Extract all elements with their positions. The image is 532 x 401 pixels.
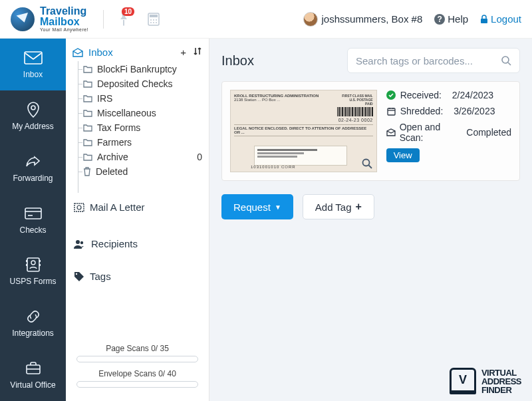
folder-label: Deleted	[96, 166, 128, 177]
svg-rect-19	[39, 264, 41, 266]
folder-item[interactable]: Miscellaneous	[72, 106, 202, 120]
share-icon	[25, 154, 41, 170]
folder-icon	[83, 124, 92, 132]
folder-item[interactable]: Tax Forms	[72, 120, 202, 135]
folder-label: Deposited Checks	[97, 78, 173, 89]
request-label: Request	[233, 201, 271, 213]
folder-item[interactable]: IRS	[72, 91, 202, 106]
app-header: Traveling Mailbox Your Mail Anywhere! 10…	[0, 0, 532, 39]
add-tag-label: Add Tag	[315, 201, 352, 213]
virtual-address-finder-watermark: V VIRTUAL ADDRESS FINDER	[450, 368, 521, 394]
pinned-button[interactable]: 10	[118, 13, 129, 26]
recipients-link[interactable]: Recipients	[72, 231, 202, 256]
sidebar-item-integrations[interactable]: Integrations	[0, 297, 66, 349]
folder-item[interactable]: Deleted	[72, 164, 202, 179]
svg-point-24	[76, 240, 80, 244]
mail-a-letter-link[interactable]: Mail A Letter	[72, 195, 202, 219]
folder-item[interactable]: BlockFi Bankruptcy	[72, 62, 202, 76]
folder-label: Farmers	[97, 137, 132, 148]
page-title: Inbox	[221, 53, 254, 68]
recipients-label: Recipients	[91, 238, 138, 249]
envelope-footer: 1031001010 CORR	[251, 165, 296, 169]
open-scan-icon	[386, 128, 396, 136]
sidebar-item-checks[interactable]: Checks	[0, 194, 66, 246]
svg-point-27	[502, 57, 509, 63]
help-link[interactable]: ? Help	[434, 13, 468, 25]
svg-point-6	[153, 22, 154, 23]
svg-rect-16	[26, 260, 27, 262]
envelope-thumbnail[interactable]: KROLL RESTRUCTURING ADMINISTRATION 2138 …	[230, 90, 377, 172]
folder-item[interactable]: Deposited Checks	[72, 76, 202, 91]
add-folder-button[interactable]: +	[180, 47, 186, 58]
sidebar-item-virtual-office[interactable]: Virtual Office	[0, 349, 66, 401]
request-button[interactable]: Request ▼	[221, 194, 293, 219]
sidebar-item-label: Inbox	[23, 70, 43, 79]
calendar-icon	[386, 107, 396, 116]
tag-icon	[74, 271, 84, 282]
caret-down-icon: ▼	[275, 203, 281, 211]
magnify-icon[interactable]	[362, 158, 372, 169]
user-label: joshssummers, Box #8	[322, 13, 423, 25]
tags-label: Tags	[90, 271, 111, 282]
sidebar-item-usps[interactable]: USPS Forms	[0, 245, 66, 297]
folder-icon	[83, 138, 92, 146]
envelope-stamp: FIRST CLASS MAIL U.S. POSTAGE PAID	[337, 94, 373, 106]
open-envelope-icon	[72, 48, 83, 57]
sidebar-item-label: Virtual Office	[10, 380, 55, 390]
svg-rect-9	[25, 52, 42, 64]
vaf-l2: ADDRESS	[481, 377, 521, 386]
view-button[interactable]: View	[386, 148, 420, 162]
sort-button[interactable]	[193, 47, 202, 58]
svg-point-2	[150, 19, 152, 21]
svg-rect-32	[388, 108, 395, 115]
svg-rect-17	[26, 264, 27, 266]
sidebar-item-address[interactable]: My Address	[0, 90, 66, 142]
svg-point-29	[362, 160, 369, 166]
tags-link[interactable]: Tags	[72, 264, 202, 289]
help-icon: ?	[434, 14, 445, 25]
people-icon	[74, 239, 86, 249]
barcode-icon	[337, 107, 373, 116]
map-pin-icon	[27, 102, 40, 118]
sidebar-item-label: My Address	[12, 122, 54, 131]
logout-link[interactable]: Logout	[480, 13, 521, 25]
envelope-date: 02-24-23 0002	[337, 118, 373, 122]
sidebar-item-label: Checks	[19, 225, 46, 235]
vaf-l3: FINDER	[481, 386, 521, 394]
svg-point-26	[76, 273, 77, 274]
folder-root-label: Inbox	[88, 47, 113, 58]
scan-label: Open and Scan:	[400, 122, 456, 143]
scan-value: Completed	[466, 127, 511, 138]
folder-item[interactable]: Archive0	[72, 150, 202, 164]
vaf-l1: VIRTUAL	[481, 368, 521, 377]
folder-root[interactable]: Inbox +	[72, 47, 202, 58]
check-circle-icon	[386, 90, 396, 100]
svg-rect-1	[150, 15, 158, 17]
main-sidebar: Inbox My Address Forwarding Checks USPS …	[0, 39, 66, 401]
logout-label: Logout	[491, 13, 521, 25]
folder-item[interactable]: Farmers	[72, 135, 202, 150]
lock-icon	[480, 15, 488, 24]
globe-envelope-icon	[11, 7, 35, 31]
trash-icon	[83, 167, 91, 176]
search-input[interactable]: Search tags or barcodes...	[347, 48, 520, 73]
sidebar-item-label: USPS Forms	[9, 277, 56, 286]
svg-rect-18	[39, 260, 41, 262]
search-placeholder: Search tags or barcodes...	[356, 55, 473, 67]
shredded-value: 3/26/2023	[454, 106, 495, 116]
envelope-legal: LEGAL NOTICE ENCLOSED. DIRECT TO ATTENTI…	[234, 124, 373, 136]
add-tag-button[interactable]: Add Tag +	[303, 194, 374, 219]
mail-item[interactable]: KROLL RESTRUCTURING ADMINISTRATION 2138 …	[221, 81, 520, 181]
sidebar-item-forwarding[interactable]: Forwarding	[0, 142, 66, 194]
calculator-button[interactable]	[148, 13, 160, 26]
briefcase-icon	[25, 360, 41, 376]
sidebar-item-inbox[interactable]: Inbox	[0, 39, 66, 90]
svg-point-7	[156, 22, 157, 23]
folder-icon	[83, 65, 92, 73]
page-scans-label: Page Scans 0/ 35	[76, 344, 198, 353]
envelope-icon	[24, 50, 43, 66]
folder-icon	[83, 80, 92, 88]
user-menu[interactable]: joshssummers, Box #8	[303, 12, 423, 27]
svg-line-28	[508, 63, 511, 65]
svg-point-15	[31, 261, 35, 265]
